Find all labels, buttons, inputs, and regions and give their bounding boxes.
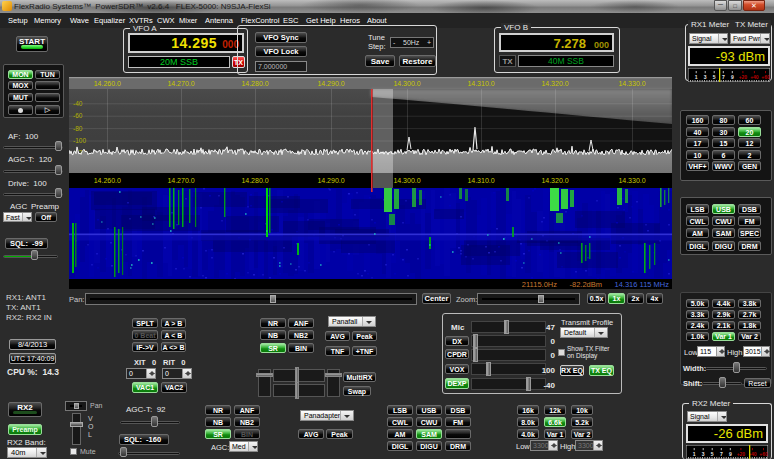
- svg-text:14.290.0: 14.290.0: [317, 80, 344, 87]
- svg-text:14.290.0: 14.290.0: [317, 177, 344, 184]
- svg-text:14.270.0: 14.270.0: [167, 177, 194, 184]
- svg-text:+20: +20: [739, 74, 748, 80]
- svg-text:14.280.0: 14.280.0: [241, 80, 268, 87]
- svg-text:-80: -80: [73, 125, 83, 132]
- svg-text:14.300.0: 14.300.0: [393, 80, 420, 87]
- svg-text:1: 1: [693, 451, 696, 457]
- svg-text:14.320.0: 14.320.0: [541, 177, 568, 184]
- svg-text:3: 3: [704, 74, 707, 80]
- svg-text:9: 9: [731, 74, 734, 80]
- svg-text:14.300.0: 14.300.0: [393, 177, 420, 184]
- svg-text:7: 7: [722, 74, 725, 80]
- svg-text:14.310.0: 14.310.0: [467, 80, 494, 87]
- svg-text:-40: -40: [73, 100, 83, 107]
- svg-text:5: 5: [713, 74, 716, 80]
- svg-text:7: 7: [720, 451, 723, 457]
- svg-text:21115.0Hz: 21115.0Hz: [522, 280, 557, 289]
- svg-text:14.260.0: 14.260.0: [94, 177, 121, 184]
- svg-text:9: 9: [729, 451, 732, 457]
- svg-text:14.260.0: 14.260.0: [94, 80, 121, 87]
- svg-text:+20: +20: [737, 451, 746, 457]
- svg-text:14.316 115 MHz: 14.316 115 MHz: [615, 280, 670, 289]
- svg-text:14.320.0: 14.320.0: [541, 80, 568, 87]
- svg-text:-60: -60: [73, 112, 83, 119]
- svg-text:14.270.0: 14.270.0: [167, 80, 194, 87]
- svg-text:+60: +60: [759, 451, 768, 457]
- svg-text:-82.2dBm: -82.2dBm: [569, 280, 602, 289]
- svg-text:5: 5: [711, 451, 714, 457]
- svg-text:+40: +40: [750, 74, 759, 80]
- svg-text:14.330.0: 14.330.0: [618, 177, 645, 184]
- svg-text:14.280.0: 14.280.0: [241, 177, 268, 184]
- svg-text:14.330.0: 14.330.0: [618, 80, 645, 87]
- svg-text:3: 3: [702, 451, 705, 457]
- svg-text:1: 1: [695, 74, 698, 80]
- svg-text:-100: -100: [73, 137, 86, 144]
- svg-text:14.310.0: 14.310.0: [467, 177, 494, 184]
- svg-text:+60: +60: [761, 74, 770, 80]
